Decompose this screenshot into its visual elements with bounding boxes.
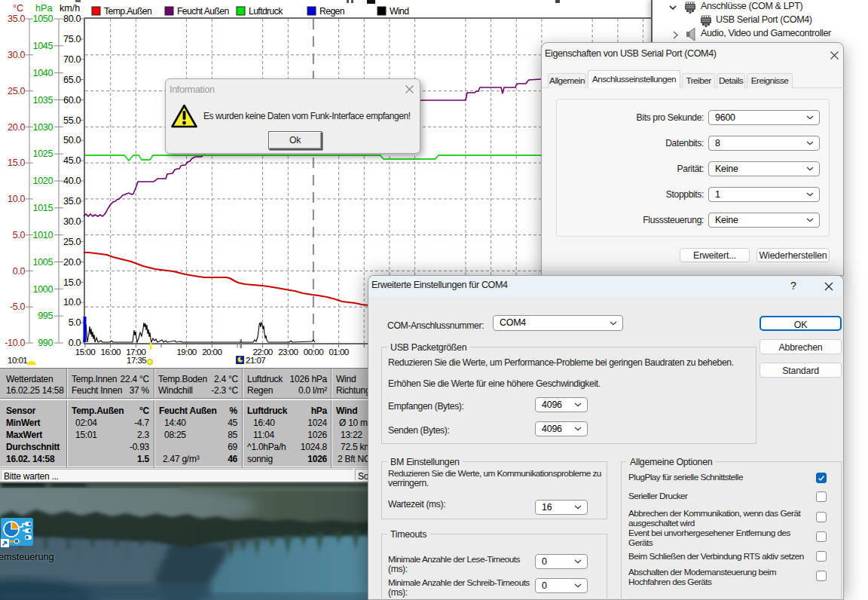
svg-text:995: 995 [38,311,53,321]
svg-text:-5.0: -5.0 [10,302,25,312]
svg-text:15.0: 15.0 [63,277,81,288]
svg-text:1020: 1020 [33,176,53,186]
svg-text:25.0: 25.0 [63,237,81,247]
svg-text:17:35: 17:35 [127,355,146,365]
svg-text:1035: 1035 [33,95,53,106]
svg-text:25.0: 25.0 [8,86,25,96]
svg-text:50.0: 50.0 [63,135,81,145]
svg-text:1015: 1015 [33,203,53,213]
svg-text:hPa: hPa [35,3,52,14]
svg-text:35.0: 35.0 [8,14,25,24]
svg-text:20:00: 20:00 [202,347,222,357]
svg-text:1005: 1005 [33,257,53,268]
svg-text:01:00: 01:00 [329,347,348,357]
svg-text:990: 990 [38,338,53,348]
svg-text:35.0: 35.0 [63,196,81,207]
svg-text:70.0: 70.0 [63,54,81,65]
svg-text:5.0: 5.0 [69,317,81,328]
svg-text:75.0: 75.0 [63,34,81,44]
svg-text:80.0: 80.0 [63,14,81,24]
svg-text:15:00: 15:00 [75,347,95,357]
svg-text:55.0: 55.0 [63,115,81,126]
svg-text:-10.0: -10.0 [5,338,25,348]
svg-text:19:00: 19:00 [176,347,196,357]
svg-text:60.0: 60.0 [63,95,81,106]
svg-text:1010: 1010 [33,230,53,240]
svg-text:Temp.Außen: Temp.Außen [104,6,151,17]
svg-text:23:00: 23:00 [278,347,298,357]
svg-text:00:00: 00:00 [304,347,323,357]
svg-text:20.0: 20.0 [63,257,81,268]
svg-text:21:07: 21:07 [246,355,265,365]
svg-text:Luftdruck: Luftdruck [249,6,283,17]
svg-text:15.0: 15.0 [8,158,25,168]
svg-text:10:01: 10:01 [8,355,27,365]
svg-text:1025: 1025 [33,148,53,159]
svg-text:Wind: Wind [390,6,408,17]
svg-text:30.0: 30.0 [63,216,81,227]
svg-text:1000: 1000 [33,284,53,295]
svg-text:20.0: 20.0 [8,122,25,133]
svg-text:30.0: 30.0 [8,50,25,60]
svg-text:5.0: 5.0 [13,230,26,240]
svg-text:45.0: 45.0 [63,155,81,166]
svg-text:1045: 1045 [33,41,53,51]
svg-text:40.0: 40.0 [63,176,81,186]
svg-text:Regen: Regen [319,6,344,17]
svg-text:Feucht Außen: Feucht Außen [177,6,229,17]
svg-text:10.0: 10.0 [8,194,25,204]
svg-text:1050: 1050 [33,14,53,24]
svg-text:65.0: 65.0 [63,75,81,85]
svg-text:10.0: 10.0 [63,297,81,308]
svg-text:1040: 1040 [33,68,53,78]
svg-text:1030: 1030 [33,122,53,133]
svg-text:0.0: 0.0 [13,266,26,277]
svg-text:16:00: 16:00 [101,347,121,357]
svg-text:km/h: km/h [60,3,80,14]
svg-text:°C: °C [13,3,23,14]
